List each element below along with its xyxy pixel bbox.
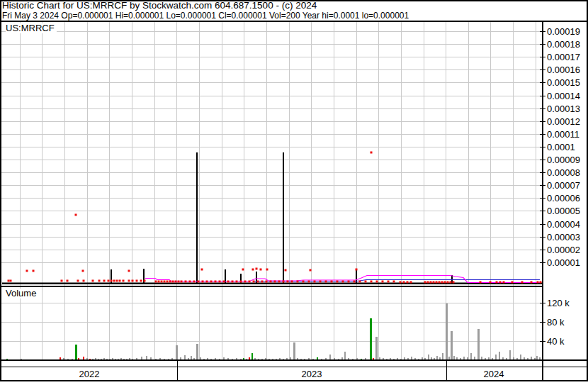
price-dot: [161, 281, 163, 283]
price-dot: [242, 269, 244, 271]
header-divider: [0, 21, 588, 22]
price-gridline: [1, 172, 543, 173]
price-axis-label: 0.00016: [547, 65, 580, 75]
price-dot: [424, 281, 426, 284]
price-dot: [169, 281, 171, 283]
month-gridline: [334, 22, 334, 359]
price-dot: [342, 281, 344, 283]
price-dot: [67, 280, 69, 282]
price-gridline: [1, 82, 543, 83]
month-gridline: [424, 22, 424, 359]
month-gridline: [87, 22, 88, 359]
price-gridline: [1, 211, 543, 211]
price-dot: [403, 281, 405, 284]
volume-baseline: [1, 359, 587, 362]
price-gridline: [1, 44, 543, 45]
price-dot: [308, 281, 310, 283]
month-gridline: [401, 22, 402, 359]
volume-bar: [75, 345, 77, 360]
price-gridline: [1, 134, 543, 135]
price-spike: [356, 269, 357, 284]
volume-bar: [451, 331, 453, 360]
price-dot: [325, 281, 327, 283]
volume-bar: [442, 353, 443, 360]
year-divider: [177, 361, 178, 381]
price-dot: [215, 281, 217, 283]
month-gridline: [132, 22, 132, 359]
price-dot: [164, 281, 166, 283]
price-axis-label: 0.00017: [547, 52, 580, 62]
price-dot: [490, 281, 492, 284]
month-gridline: [154, 22, 155, 359]
price-dot: [285, 269, 287, 272]
price-axis-label: 0.00014: [547, 91, 580, 101]
price-gridline: [1, 147, 543, 147]
price-dot: [496, 281, 498, 284]
price-axis-label: 0.00009: [547, 155, 580, 165]
outer-border-right: [587, 0, 588, 381]
price-dot: [453, 281, 455, 284]
price-gridline: [1, 57, 543, 57]
price-dot: [128, 280, 130, 282]
stockwatch-historic-chart-window: Historic Chart for US:MRRCF by Stockwatc…: [0, 0, 588, 385]
price-dot: [287, 281, 289, 283]
price-dot: [33, 270, 35, 272]
x-axis-year-2022: 2022: [79, 369, 100, 379]
volume-bar: [446, 303, 448, 360]
price-dot: [444, 281, 446, 284]
price-dot: [189, 281, 191, 283]
month-gridline: [199, 22, 200, 359]
volume-bar: [344, 352, 346, 360]
date-box-top: [1, 367, 587, 367]
price-axis-label: 0.00019: [547, 26, 580, 37]
price-dot: [427, 281, 429, 284]
price-dot: [111, 280, 113, 282]
price-band: [2, 283, 542, 285]
price-dot: [98, 280, 101, 282]
year-divider: [446, 361, 447, 381]
volume-bar: [370, 318, 372, 360]
month-gridline: [20, 22, 21, 359]
price-dot: [210, 281, 213, 283]
month-gridline: [109, 22, 110, 359]
price-dot: [92, 280, 94, 282]
price-dot: [219, 281, 221, 283]
price-dot: [503, 281, 505, 284]
price-dot: [201, 269, 203, 271]
volume-bar: [477, 329, 480, 360]
price-dot: [278, 281, 281, 283]
price-dot: [155, 281, 157, 283]
price-axis-label: 0.00006: [547, 193, 580, 203]
price-dot: [202, 281, 204, 283]
price-dot: [256, 268, 258, 270]
price-gridline: [1, 198, 543, 199]
price-gridline: [1, 31, 543, 32]
price-spike: [111, 269, 112, 284]
chart-plot-area[interactable]: 0.000190.000180.000170.000160.000150.000…: [0, 0, 588, 385]
price-dot: [206, 281, 208, 283]
month-gridline: [289, 22, 290, 359]
volume-bar: [176, 345, 178, 360]
volume-bar: [375, 337, 378, 360]
outer-border-top: [0, 0, 588, 1]
month-gridline: [64, 22, 65, 359]
price-dot: [480, 281, 482, 284]
price-dot: [227, 281, 230, 283]
volume-axis-label: 120 k: [547, 298, 570, 308]
month-gridline: [378, 22, 379, 359]
price-dot: [253, 281, 255, 283]
price-axis-label: 0.00018: [547, 39, 580, 50]
month-gridline: [311, 22, 312, 359]
price-dot: [388, 281, 390, 283]
price-dot: [136, 280, 138, 282]
volume-bar: [470, 353, 472, 360]
volume-axis-label: 80 k: [547, 317, 565, 328]
month-gridline: [266, 22, 267, 359]
price-axis-label: 0.00007: [547, 180, 580, 191]
price-gridline: [1, 224, 543, 225]
price-axis-label: 0.00002: [547, 245, 580, 255]
price-dot: [261, 281, 264, 283]
volume-gridline: [1, 322, 543, 323]
price-dot: [337, 281, 339, 283]
month-gridline: [536, 22, 536, 359]
